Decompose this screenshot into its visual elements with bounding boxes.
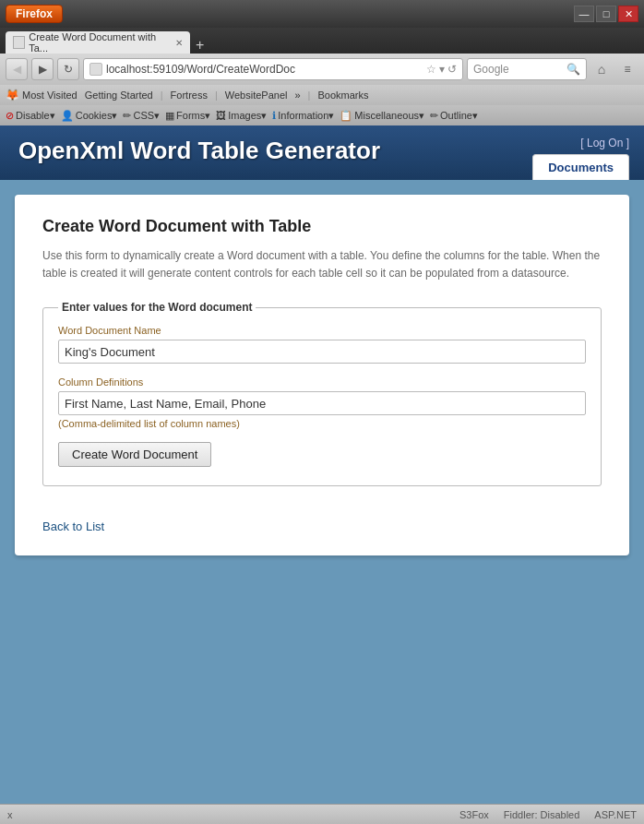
forward-button[interactable]: ▶ xyxy=(31,58,54,80)
form-fieldset: Enter values for the Word document Word … xyxy=(42,301,602,486)
bookmarks-most-visited[interactable]: 🦊 Most Visited xyxy=(6,89,78,102)
address-bar[interactable]: localhost:59109/Word/CreateWordDoc ☆ ▾ ↺ xyxy=(83,58,463,80)
status-s3fox: S3Fox xyxy=(459,809,489,820)
new-tab-button[interactable]: + xyxy=(190,37,209,54)
title-bar: Firefox — □ ✕ xyxy=(0,0,644,28)
tb-images[interactable]: 🖼 Images▾ xyxy=(216,110,267,122)
maximize-button[interactable]: □ xyxy=(596,6,616,22)
star-icon[interactable]: ☆ xyxy=(426,63,436,76)
bookmark-separator-1: | xyxy=(161,90,163,101)
nav-bar: ◀ ▶ ↻ localhost:59109/Word/CreateWordDoc… xyxy=(0,54,644,85)
disable-icon: ⊘ xyxy=(6,110,14,122)
tb-miscellaneous[interactable]: 📋 Miscellaneous▾ xyxy=(340,110,424,122)
toolbar-bar: ⊘ Disable▾ 👤 Cookies▾ ✏ CSS▾ ▦ Forms▾ 🖼 … xyxy=(0,105,644,125)
tb-outline[interactable]: ✏ Outline▾ xyxy=(430,110,478,122)
column-definitions-label: Column Definitions xyxy=(58,376,586,388)
page-content: OpenXml Word Table Generator [ Log On ] … xyxy=(0,125,644,824)
log-on-link[interactable]: [ Log On ] xyxy=(580,137,629,149)
column-hint: (Comma-delimited list of column names) xyxy=(58,418,586,429)
firefox-menu-button[interactable]: Firefox xyxy=(6,5,63,23)
cookies-icon: 👤 xyxy=(61,110,74,122)
status-x: x xyxy=(7,809,13,820)
reload-button[interactable]: ↻ xyxy=(57,58,79,80)
search-icon[interactable]: 🔍 xyxy=(566,63,580,76)
status-bar: x S3Fox Fiddler: Disabled ASP.NET xyxy=(0,804,644,824)
home-button[interactable]: ⌂ xyxy=(590,58,613,80)
menu-button[interactable]: ≡ xyxy=(616,58,638,80)
word-doc-name-group: Word Document Name xyxy=(58,325,586,364)
close-button[interactable]: ✕ xyxy=(618,6,638,22)
bookmarks-folder[interactable]: Bookmarks xyxy=(317,90,368,101)
images-icon: 🖼 xyxy=(216,110,226,121)
site-icon xyxy=(89,63,102,76)
content-heading: Create Word Document with Table xyxy=(42,217,602,236)
fieldset-legend: Enter values for the Word document xyxy=(58,301,256,314)
word-doc-name-input[interactable] xyxy=(58,340,586,364)
documents-tab[interactable]: Documents xyxy=(532,154,629,180)
address-icons: ☆ ▾ ↺ xyxy=(426,63,457,76)
create-word-document-button[interactable]: Create Word Document xyxy=(58,442,211,467)
tab-close-icon[interactable]: ✕ xyxy=(175,38,183,48)
status-aspnet: ASP.NET xyxy=(594,809,637,820)
bookmarks-more[interactable]: » xyxy=(294,90,300,101)
down-icon[interactable]: ▾ xyxy=(439,63,445,76)
word-doc-name-label: Word Document Name xyxy=(58,325,586,336)
browser-chrome: Firefox — □ ✕ Create Word Document with … xyxy=(0,0,644,125)
outline-icon: ✏ xyxy=(430,110,438,122)
back-button[interactable]: ◀ xyxy=(6,58,28,80)
bookmarks-getting-started[interactable]: Getting Started xyxy=(85,90,153,101)
bookmarks-bar: 🦊 Most Visited Getting Started | Fortres… xyxy=(0,85,644,105)
bookmarks-fortress[interactable]: Fortress xyxy=(171,90,208,101)
search-placeholder: Google xyxy=(473,63,563,76)
tab-bar: Create Word Document with Ta... ✕ + xyxy=(0,28,644,54)
firefox-icon: 🦊 xyxy=(6,89,19,102)
tb-information[interactable]: ℹ Information▾ xyxy=(272,110,334,122)
content-description: Use this form to dynamically create a Wo… xyxy=(42,247,602,282)
column-definitions-group: Column Definitions (Comma-delimited list… xyxy=(58,376,586,429)
pencil-icon: ✏ xyxy=(123,110,131,122)
bookmarks-websitepanel[interactable]: WebsitePanel xyxy=(225,90,288,101)
info-icon: ℹ xyxy=(272,110,276,122)
content-box: Create Word Document with Table Use this… xyxy=(15,195,629,555)
refresh-small-icon[interactable]: ↺ xyxy=(447,63,457,76)
status-fiddler: Fiddler: Disabled xyxy=(504,809,580,820)
tb-disable[interactable]: ⊘ Disable▾ xyxy=(6,110,55,122)
tb-cookies[interactable]: 👤 Cookies▾ xyxy=(61,110,118,122)
bookmark-separator-2: | xyxy=(215,90,218,101)
page-header: OpenXml Word Table Generator [ Log On ] … xyxy=(0,125,644,180)
address-text: localhost:59109/Word/CreateWordDoc xyxy=(106,63,423,76)
forms-icon: ▦ xyxy=(165,110,174,122)
main-area: Create Word Document with Table Use this… xyxy=(0,180,644,824)
bookmark-separator-3: | xyxy=(308,90,311,101)
search-bar[interactable]: Google 🔍 xyxy=(467,58,587,80)
tb-css[interactable]: ✏ CSS▾ xyxy=(123,110,160,122)
active-tab[interactable]: Create Word Document with Ta... ✕ xyxy=(6,31,190,54)
column-definitions-input[interactable] xyxy=(58,391,586,415)
tab-title: Create Word Document with Ta... xyxy=(29,31,168,54)
back-to-list-link[interactable]: Back to List xyxy=(42,519,104,533)
tab-favicon xyxy=(13,36,25,49)
misc-icon: 📋 xyxy=(340,110,352,122)
tb-forms[interactable]: ▦ Forms▾ xyxy=(165,110,210,122)
window-controls: — □ ✕ xyxy=(574,6,638,22)
minimize-button[interactable]: — xyxy=(574,6,594,22)
